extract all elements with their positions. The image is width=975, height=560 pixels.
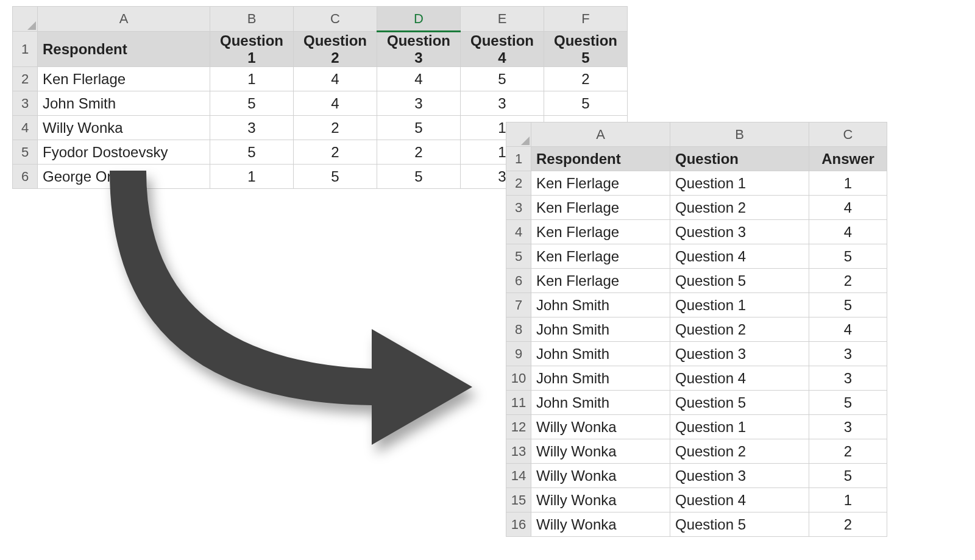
col-header-B[interactable]: B xyxy=(210,7,294,32)
cell[interactable]: Question 1 xyxy=(670,293,809,317)
header-cell[interactable]: Question xyxy=(670,147,809,171)
cell[interactable]: Question 3 xyxy=(670,220,809,244)
header-cell[interactable]: Question 5 xyxy=(544,32,628,67)
cell[interactable]: 5 xyxy=(461,67,544,91)
cell[interactable]: 5 xyxy=(809,464,887,488)
row-header[interactable]: 14 xyxy=(506,464,531,488)
cell[interactable]: Question 2 xyxy=(670,439,809,464)
col-header-A[interactable]: A xyxy=(38,7,210,32)
cell[interactable]: 3 xyxy=(809,342,887,366)
header-cell[interactable]: Question 2 xyxy=(294,32,377,67)
row-header[interactable]: 3 xyxy=(506,196,531,220)
col-header-B[interactable]: B xyxy=(670,122,809,147)
cell[interactable]: John Smith xyxy=(531,391,670,415)
cell[interactable]: Willy Wonka xyxy=(531,488,670,512)
cell[interactable]: 2 xyxy=(544,67,628,91)
cell[interactable]: Willy Wonka xyxy=(531,439,670,464)
cell[interactable]: 4 xyxy=(377,67,461,91)
row-header[interactable]: 10 xyxy=(506,366,531,391)
cell[interactable]: 3 xyxy=(809,415,887,439)
cell[interactable]: 5 xyxy=(210,91,294,116)
header-cell[interactable]: Question 4 xyxy=(461,32,544,67)
row-header[interactable]: 12 xyxy=(506,415,531,439)
cell[interactable]: 1 xyxy=(809,171,887,196)
cell[interactable]: Question 4 xyxy=(670,488,809,512)
row-header[interactable]: 2 xyxy=(506,171,531,196)
select-all-corner[interactable] xyxy=(13,7,38,32)
cell[interactable]: 2 xyxy=(809,439,887,464)
cell[interactable]: 1 xyxy=(809,488,887,512)
row-header[interactable]: 4 xyxy=(13,116,38,140)
cell[interactable]: Ken Flerlage xyxy=(531,171,670,196)
header-cell[interactable]: Respondent xyxy=(38,32,210,67)
cell[interactable]: 5 xyxy=(544,91,628,116)
row-header[interactable]: 1 xyxy=(13,32,38,67)
cell[interactable]: Question 2 xyxy=(670,196,809,220)
header-cell[interactable]: Question 3 xyxy=(377,32,461,67)
cell[interactable]: John Smith xyxy=(531,366,670,391)
cell[interactable]: Ken Flerlage xyxy=(38,67,210,91)
cell[interactable]: Question 5 xyxy=(670,391,809,415)
cell[interactable]: John Smith xyxy=(531,317,670,342)
cell[interactable]: 5 xyxy=(377,116,461,140)
header-cell[interactable]: Question 1 xyxy=(210,32,294,67)
row-header[interactable]: 11 xyxy=(506,391,531,415)
cell[interactable]: Question 1 xyxy=(670,415,809,439)
cell[interactable]: 2 xyxy=(294,116,377,140)
row-header[interactable]: 4 xyxy=(506,220,531,244)
cell[interactable]: Question 1 xyxy=(670,171,809,196)
cell[interactable]: Ken Flerlage xyxy=(531,220,670,244)
cell[interactable]: 3 xyxy=(461,91,544,116)
cell[interactable]: 3 xyxy=(377,91,461,116)
cell[interactable]: Willy Wonka xyxy=(531,415,670,439)
row-header[interactable]: 13 xyxy=(506,439,531,464)
cell[interactable]: John Smith xyxy=(38,91,210,116)
select-all-corner[interactable] xyxy=(506,122,531,147)
cell[interactable]: Ken Flerlage xyxy=(531,269,670,293)
row-header[interactable]: 15 xyxy=(506,488,531,512)
col-header-E[interactable]: E xyxy=(461,7,544,32)
cell[interactable]: John Smith xyxy=(531,342,670,366)
row-header[interactable]: 6 xyxy=(506,269,531,293)
cell[interactable]: Willy Wonka xyxy=(38,116,210,140)
cell[interactable]: 4 xyxy=(294,67,377,91)
cell[interactable]: 5 xyxy=(809,293,887,317)
row-header[interactable]: 5 xyxy=(13,140,38,165)
cell[interactable]: 1 xyxy=(210,67,294,91)
header-cell[interactable]: Answer xyxy=(809,147,887,171)
row-header[interactable]: 9 xyxy=(506,342,531,366)
cell[interactable]: Ken Flerlage xyxy=(531,196,670,220)
col-header-D[interactable]: D xyxy=(377,7,461,32)
cell[interactable]: Question 4 xyxy=(670,366,809,391)
cell[interactable]: 2 xyxy=(809,269,887,293)
col-header-F[interactable]: F xyxy=(544,7,628,32)
row-header[interactable]: 5 xyxy=(506,244,531,269)
cell[interactable]: 3 xyxy=(809,366,887,391)
cell[interactable]: John Smith xyxy=(531,293,670,317)
cell[interactable]: 4 xyxy=(809,196,887,220)
row-header[interactable]: 3 xyxy=(13,91,38,116)
col-header-A[interactable]: A xyxy=(531,122,670,147)
row-header[interactable]: 7 xyxy=(506,293,531,317)
row-header[interactable]: 1 xyxy=(506,147,531,171)
col-header-C[interactable]: C xyxy=(294,7,377,32)
cell[interactable]: 2 xyxy=(809,512,887,537)
row-header[interactable]: 16 xyxy=(506,512,531,537)
cell[interactable]: Ken Flerlage xyxy=(531,244,670,269)
row-header[interactable]: 2 xyxy=(13,67,38,91)
cell[interactable]: Question 2 xyxy=(670,317,809,342)
cell[interactable]: 3 xyxy=(210,116,294,140)
cell[interactable]: Question 5 xyxy=(670,512,809,537)
cell[interactable]: Question 3 xyxy=(670,464,809,488)
header-cell[interactable]: Respondent xyxy=(531,147,670,171)
cell[interactable]: 4 xyxy=(294,91,377,116)
cell[interactable]: Willy Wonka xyxy=(531,512,670,537)
cell[interactable]: Question 5 xyxy=(670,269,809,293)
cell[interactable]: 5 xyxy=(809,244,887,269)
row-header[interactable]: 6 xyxy=(13,165,38,189)
col-header-C[interactable]: C xyxy=(809,122,887,147)
cell[interactable]: 4 xyxy=(809,220,887,244)
cell[interactable]: 4 xyxy=(809,317,887,342)
cell[interactable]: 5 xyxy=(809,391,887,415)
cell[interactable]: Question 4 xyxy=(670,244,809,269)
